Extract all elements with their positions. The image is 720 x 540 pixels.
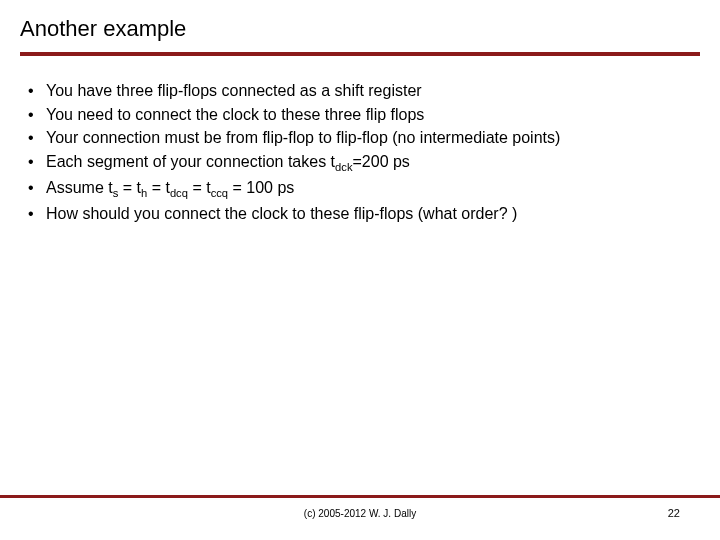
- bullet-text: Each segment of your connection takes t: [46, 153, 335, 170]
- title-rule: [20, 52, 700, 56]
- bullet-text: =200 ps: [352, 153, 409, 170]
- subscript: dcq: [170, 187, 188, 199]
- bullet-text: You need to connect the clock to these t…: [46, 106, 424, 123]
- subscript: dck: [335, 161, 352, 173]
- list-item: •You need to connect the clock to these …: [28, 104, 700, 126]
- slide-footer: (c) 2005-2012 W. J. Dally 22: [0, 495, 720, 522]
- list-item: •Assume ts = th = tdcq = tccq = 100 ps: [28, 177, 700, 201]
- list-item: •How should you connect the clock to the…: [28, 203, 700, 225]
- copyright-text: (c) 2005-2012 W. J. Dally: [304, 508, 416, 519]
- page-number: 22: [668, 507, 680, 519]
- bullet-text: How should you connect the clock to thes…: [46, 205, 517, 222]
- bullet-text: = 100 ps: [228, 179, 294, 196]
- list-item: •You have three flip-flops connected as …: [28, 80, 700, 102]
- bullet-text: You have three flip-flops connected as a…: [46, 82, 422, 99]
- bullet-text: = t: [118, 179, 141, 196]
- bullet-text: = t: [147, 179, 170, 196]
- bullet-text: Assume t: [46, 179, 113, 196]
- list-item: •Each segment of your connection takes t…: [28, 151, 700, 175]
- bullet-text: Your connection must be from flip-flop t…: [46, 129, 560, 146]
- bullet-text: = t: [188, 179, 211, 196]
- slide: Another example •You have three flip-flo…: [0, 0, 720, 540]
- bullet-list: •You have three flip-flops connected as …: [20, 80, 700, 225]
- slide-title: Another example: [20, 16, 700, 42]
- footer-rule: [0, 495, 720, 498]
- list-item: •Your connection must be from flip-flop …: [28, 127, 700, 149]
- subscript: ccq: [211, 187, 228, 199]
